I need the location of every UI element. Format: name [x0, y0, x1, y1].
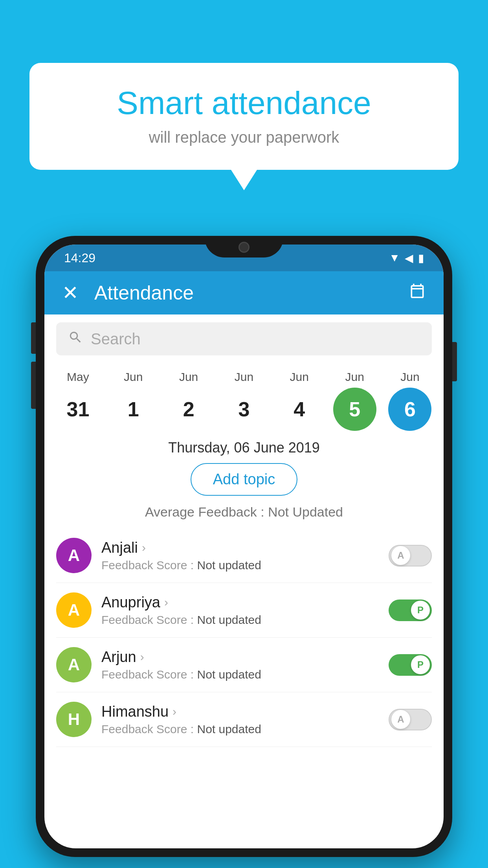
cal-month-label: Jun: [124, 370, 143, 384]
toggle-switch[interactable]: P: [389, 600, 432, 621]
attendance-toggle[interactable]: A: [389, 709, 432, 730]
feedback-value: Not updated: [197, 559, 261, 572]
cal-month-label: Jun: [400, 370, 419, 384]
cal-date-number[interactable]: 2: [167, 388, 210, 431]
phone-notch: [205, 236, 283, 257]
student-feedback: Feedback Score : Not updated: [101, 613, 379, 627]
bubble-title: Smart attendance: [53, 85, 435, 121]
add-topic-button[interactable]: Add topic: [191, 463, 297, 496]
power-button: [452, 342, 457, 381]
calendar-day[interactable]: Jun6: [384, 370, 435, 431]
attendance-toggle[interactable]: P: [389, 600, 432, 621]
selected-date-label: Thursday, 06 June 2019: [44, 440, 444, 456]
student-feedback: Feedback Score : Not updated: [101, 559, 379, 572]
student-name: Himanshu ›: [101, 703, 379, 720]
student-info: Anupriya ›Feedback Score : Not updated: [101, 594, 379, 627]
volume-up-button: [31, 322, 36, 354]
feedback-value: Not updated: [197, 668, 261, 681]
status-time: 14:29: [64, 251, 95, 265]
student-avatar: A: [56, 647, 92, 682]
student-avatar: A: [56, 592, 92, 628]
toggle-knob: A: [391, 546, 410, 565]
search-icon: [68, 330, 83, 348]
attendance-toggle[interactable]: A: [389, 545, 432, 566]
bubble-subtitle: will replace your paperwork: [53, 129, 435, 146]
cal-month-label: Jun: [235, 370, 253, 384]
student-avatar: H: [56, 702, 92, 737]
toggle-knob: P: [411, 601, 430, 620]
chevron-icon: ›: [140, 650, 144, 664]
cal-month-label: Jun: [345, 370, 364, 384]
feedback-value: Not updated: [197, 613, 261, 626]
app-bar: ✕ Attendance: [44, 271, 444, 314]
wifi-icon: ▼: [389, 252, 400, 264]
cal-date-number[interactable]: 5: [333, 388, 376, 431]
student-item[interactable]: AAnupriya ›Feedback Score : Not updatedP: [56, 583, 432, 638]
chevron-icon: ›: [164, 596, 168, 609]
search-bar[interactable]: Search: [56, 322, 432, 355]
student-name: Arjun ›: [101, 649, 379, 666]
phone-screen: 14:29 ▼ ◀ ▮ ✕ Attendance: [44, 245, 444, 848]
calendar-day[interactable]: Jun5: [329, 370, 380, 431]
toggle-knob: P: [411, 655, 430, 674]
attendance-toggle[interactable]: P: [389, 654, 432, 676]
phone-outer: 14:29 ▼ ◀ ▮ ✕ Attendance: [36, 236, 452, 857]
student-feedback: Feedback Score : Not updated: [101, 668, 379, 681]
app-title: Attendance: [94, 281, 393, 304]
calendar-day[interactable]: Jun1: [108, 370, 159, 431]
volume-down-button: [31, 362, 36, 409]
student-avatar: A: [56, 538, 92, 573]
student-name: Anupriya ›: [101, 594, 379, 611]
calendar-day[interactable]: May31: [52, 370, 103, 431]
phone-mockup: 14:29 ▼ ◀ ▮ ✕ Attendance: [36, 236, 452, 857]
chevron-icon: ›: [142, 541, 146, 554]
toggle-knob: A: [391, 710, 410, 729]
student-info: Anjali ›Feedback Score : Not updated: [101, 539, 379, 572]
cal-date-number[interactable]: 3: [222, 388, 266, 431]
student-item[interactable]: AArjun ›Feedback Score : Not updatedP: [56, 638, 432, 692]
student-info: Arjun ›Feedback Score : Not updated: [101, 649, 379, 681]
cal-date-number[interactable]: 31: [56, 388, 99, 431]
student-item[interactable]: AAnjali ›Feedback Score : Not updatedA: [56, 528, 432, 583]
cal-date-number[interactable]: 1: [112, 388, 155, 431]
speech-bubble: Smart attendance will replace your paper…: [29, 63, 459, 170]
cal-date-number[interactable]: 4: [278, 388, 321, 431]
calendar-icon[interactable]: [409, 282, 426, 303]
student-item[interactable]: HHimanshu ›Feedback Score : Not updatedA: [56, 692, 432, 747]
status-icons: ▼ ◀ ▮: [389, 252, 424, 265]
calendar-day[interactable]: Jun2: [163, 370, 214, 431]
toggle-switch[interactable]: A: [389, 709, 432, 730]
search-placeholder: Search: [91, 330, 141, 348]
toggle-switch[interactable]: A: [389, 545, 432, 566]
student-list: AAnjali ›Feedback Score : Not updatedAAA…: [44, 528, 444, 747]
chevron-icon: ›: [172, 705, 176, 718]
cal-date-number[interactable]: 6: [388, 388, 431, 431]
average-feedback: Average Feedback : Not Updated: [44, 504, 444, 520]
calendar-day[interactable]: Jun3: [218, 370, 270, 431]
cal-month-label: May: [67, 370, 89, 384]
student-name: Anjali ›: [101, 539, 379, 556]
signal-icon: ◀: [405, 252, 413, 265]
calendar-row: May31Jun1Jun2Jun3Jun4Jun5Jun6: [44, 363, 444, 431]
cal-month-label: Jun: [290, 370, 309, 384]
student-feedback: Feedback Score : Not updated: [101, 723, 379, 736]
close-button[interactable]: ✕: [62, 281, 79, 304]
student-info: Himanshu ›Feedback Score : Not updated: [101, 703, 379, 736]
toggle-switch[interactable]: P: [389, 654, 432, 676]
cal-month-label: Jun: [179, 370, 198, 384]
front-camera: [238, 242, 250, 253]
battery-icon: ▮: [418, 252, 424, 265]
feedback-value: Not updated: [197, 723, 261, 736]
calendar-day[interactable]: Jun4: [274, 370, 325, 431]
